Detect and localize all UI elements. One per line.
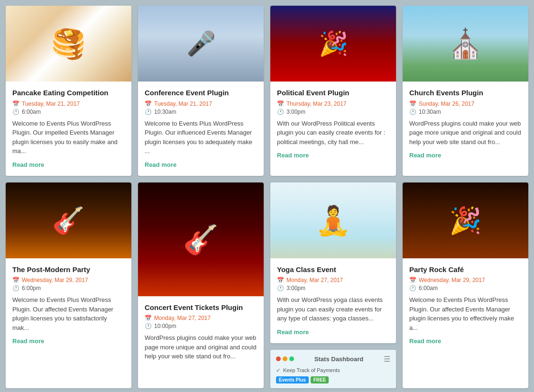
calendar-icon-political: 📅	[277, 100, 284, 107]
card-title-concert: Concert Event Tickets Plugin	[145, 303, 257, 312]
card-title-pancake: Pancake Eating Competition	[12, 88, 125, 98]
card-image-yoga	[270, 182, 396, 258]
calendar-icon-pancake: 📅	[12, 100, 19, 107]
read-more-party-rock[interactable]: Read more	[409, 337, 441, 345]
calendar-icon-church: 📅	[409, 100, 416, 107]
stats-track-label: Keep Track of Payments	[283, 367, 340, 373]
read-more-post-modern-party[interactable]: Read more	[12, 337, 44, 345]
events-grid: Pancake Eating Competition 📅 Tuesday, Ma…	[6, 6, 528, 388]
card-date-conference: 📅 Tuesday, Mar 21, 2017	[145, 100, 257, 107]
card-time-yoga: 🕐 3:00pm	[277, 285, 389, 292]
read-more-pancake[interactable]: Read more	[12, 161, 44, 168]
card-time-pancake: 🕐 6:00am	[12, 109, 125, 115]
read-more-conference[interactable]: Read more	[145, 161, 176, 168]
card-time-concert: 🕐 10:00pm	[145, 323, 257, 329]
free-badge: FREE	[311, 376, 329, 383]
clock-icon-church: 🕐	[409, 109, 416, 115]
card-image-party-rock	[403, 182, 528, 258]
stats-badges: Events Plus FREE	[276, 376, 390, 383]
clock-icon-conference: 🕐	[145, 109, 152, 115]
calendar-icon-post-modern-party: 📅	[12, 277, 19, 283]
card-date-political: 📅 Thursday, Mar 23, 2017	[277, 100, 389, 107]
stats-menu-icon[interactable]: ☰	[384, 355, 390, 364]
card-date-yoga: 📅 Monday, Mar 27, 2017	[277, 277, 389, 283]
card-time-political: 🕐 3:00pm	[277, 109, 389, 115]
card-pancake: Pancake Eating Competition 📅 Tuesday, Ma…	[6, 6, 131, 176]
stats-content: ✓ Keep Track of Payments	[276, 367, 390, 374]
card-body-post-modern-party: The Post-Modern Party 📅 Wednesday, Mar 2…	[6, 258, 131, 353]
clock-icon-post-modern-party: 🕐	[12, 285, 19, 292]
card-concert: Concert Event Tickets Plugin 📅 Monday, M…	[138, 182, 264, 388]
card-title-conference: Conference Event Plugin	[145, 88, 257, 98]
dot-red	[276, 356, 281, 361]
card-image-conference	[138, 6, 264, 82]
stats-widget-body: Stats Dashboard ☰ ✓ Keep Track of Paymen…	[270, 350, 396, 388]
stats-dots	[276, 356, 294, 361]
card-desc-church: WordPress plugins could make your web pa…	[409, 119, 522, 147]
card-political: Political Event Plugin 📅 Thursday, Mar 2…	[270, 6, 396, 176]
read-more-yoga[interactable]: Read more	[277, 328, 309, 336]
card-desc-yoga: With our WordPress yoga class events plu…	[277, 295, 389, 323]
card-date-post-modern-party: 📅 Wednesday, Mar 29, 2017	[12, 277, 125, 283]
card-desc-party-rock: Welcome to Events Plus WordPress Plugin.…	[409, 295, 522, 332]
card-yoga: Yoga Class Event 📅 Monday, Mar 27, 2017 …	[270, 182, 396, 343]
card-time-post-modern-party: 🕐 6:00pm	[12, 285, 125, 292]
card-date-pancake: 📅 Tuesday, Mar 21, 2017	[12, 100, 125, 107]
card-image-concert	[138, 182, 264, 296]
card-body-political: Political Event Plugin 📅 Thursday, Mar 2…	[270, 82, 396, 166]
card-title-church: Church Events Plugin	[409, 88, 522, 98]
card-time-church: 🕐 10:30am	[409, 109, 522, 115]
dot-green	[289, 356, 294, 361]
read-more-church[interactable]: Read more	[409, 152, 441, 159]
card-title-party-rock: Party Rock Café	[409, 265, 522, 274]
card-conference: Conference Event Plugin 📅 Tuesday, Mar 2…	[138, 6, 264, 176]
stats-header: Stats Dashboard ☰	[276, 355, 390, 364]
stats-check-icon: ✓	[276, 367, 280, 374]
calendar-icon-yoga: 📅	[277, 277, 284, 283]
clock-icon-pancake: 🕐	[12, 109, 19, 115]
calendar-icon-conference: 📅	[145, 100, 152, 107]
clock-icon-party-rock: 🕐	[409, 285, 416, 292]
card-time-party-rock: 🕐 6:00am	[409, 285, 522, 292]
card-time-conference: 🕐 10:30am	[145, 109, 257, 115]
calendar-icon-concert: 📅	[145, 315, 152, 321]
card-title-yoga: Yoga Class Event	[277, 265, 389, 274]
card-body-pancake: Pancake Eating Competition 📅 Tuesday, Ma…	[6, 82, 131, 176]
col3-row2-stack: Yoga Class Event 📅 Monday, Mar 27, 2017 …	[270, 182, 396, 388]
card-party-rock: Party Rock Café 📅 Wednesday, Mar 29, 201…	[403, 182, 528, 388]
card-body-yoga: Yoga Class Event 📅 Monday, Mar 27, 2017 …	[270, 258, 396, 343]
card-title-post-modern-party: The Post-Modern Party	[12, 265, 125, 274]
card-title-political: Political Event Plugin	[277, 88, 389, 98]
card-desc-concert: WordPress plugins could make your web pa…	[145, 333, 257, 361]
card-date-party-rock: 📅 Wednesday, Mar 29, 2017	[409, 277, 522, 283]
card-desc-post-modern-party: Welcome to Events Plus WordPress Plugin.…	[12, 295, 125, 332]
card-image-church	[403, 6, 528, 82]
card-desc-pancake: Welcome to Events Plus WordPress Plugin.…	[12, 119, 125, 156]
card-date-church: 📅 Sunday, Mar 26, 2017	[409, 100, 522, 107]
card-body-concert: Concert Event Tickets Plugin 📅 Monday, M…	[138, 296, 264, 374]
card-church: Church Events Plugin 📅 Sunday, Mar 26, 2…	[403, 6, 528, 176]
stats-widget: Stats Dashboard ☰ ✓ Keep Track of Paymen…	[270, 350, 396, 388]
read-more-political[interactable]: Read more	[277, 152, 309, 159]
card-date-concert: 📅 Monday, Mar 27, 2017	[145, 315, 257, 321]
card-image-post-modern-party	[6, 182, 131, 258]
clock-icon-political: 🕐	[277, 109, 284, 115]
card-desc-conference: Welcome to Events Plus WordPress Plugin.…	[145, 119, 257, 156]
card-desc-political: With our WordPress Political events plug…	[277, 119, 389, 147]
events-plus-badge: Events Plus	[276, 376, 309, 383]
card-image-political	[270, 6, 396, 82]
card-body-party-rock: Party Rock Café 📅 Wednesday, Mar 29, 201…	[403, 258, 528, 353]
clock-icon-yoga: 🕐	[277, 285, 284, 292]
calendar-icon-party-rock: 📅	[409, 277, 416, 283]
card-body-church: Church Events Plugin 📅 Sunday, Mar 26, 2…	[403, 82, 528, 166]
dot-yellow	[283, 356, 287, 361]
card-body-conference: Conference Event Plugin 📅 Tuesday, Mar 2…	[138, 82, 264, 176]
clock-icon-concert: 🕐	[145, 323, 152, 329]
card-post-modern-party: The Post-Modern Party 📅 Wednesday, Mar 2…	[6, 182, 131, 388]
stats-title: Stats Dashboard	[314, 356, 363, 363]
card-image-pancake	[6, 6, 131, 82]
